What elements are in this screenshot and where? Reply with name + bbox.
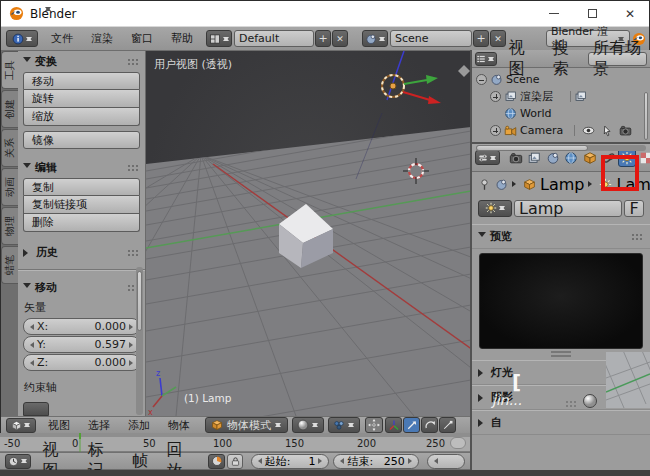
- fake-user-button[interactable]: F: [624, 200, 644, 217]
- frame-start-field[interactable]: 起始: 1: [251, 454, 330, 469]
- duplicate-linked-button[interactable]: 复制链接项: [23, 196, 140, 214]
- spinner-left-icon[interactable]: [27, 360, 34, 366]
- menu-add[interactable]: 添加: [119, 418, 159, 433]
- rotate-button[interactable]: 旋转: [23, 90, 140, 108]
- spinner-left-icon[interactable]: [27, 342, 34, 348]
- manipulator-rotate-button[interactable]: [421, 417, 438, 433]
- mirror-button[interactable]: 镜像: [23, 131, 140, 149]
- menu-window[interactable]: 窗口: [122, 31, 162, 46]
- tab-tools[interactable]: 工具: [1, 51, 18, 89]
- ruler-scroll-strip[interactable]: [0, 433, 470, 437]
- spinner-right-icon[interactable]: [129, 324, 136, 330]
- panel-header-preview[interactable]: 预览: [472, 224, 650, 249]
- tab-grease-pencil[interactable]: 蜡笔: [1, 246, 18, 284]
- spinner-right-icon[interactable]: [318, 458, 325, 464]
- tab-relations[interactable]: 关系: [1, 129, 18, 167]
- lock-frame-range-button[interactable]: [227, 454, 242, 469]
- frame-end-field[interactable]: 结束: 250: [333, 454, 418, 469]
- toolshelf-scrollbar[interactable]: [136, 267, 143, 415]
- editor-type-button-timeline[interactable]: [5, 454, 31, 469]
- lamp-datablock-browse-button[interactable]: [478, 200, 512, 217]
- panel-header-custom-properties[interactable]: 自: [472, 410, 650, 435]
- mode-select[interactable]: 物体模式: [205, 417, 288, 433]
- toolshelf-scrollbar-thumb[interactable]: [137, 271, 142, 331]
- scene-name-field[interactable]: Scene: [390, 30, 472, 47]
- spinner-left-icon[interactable]: [431, 458, 438, 464]
- selectability-cursor-icon[interactable]: [601, 125, 613, 137]
- expand-icon[interactable]: [490, 125, 501, 136]
- pivot-point-select[interactable]: [328, 417, 360, 433]
- outliner-h-scrollbar-thumb[interactable]: [476, 145, 588, 151]
- scene-datablock-icon-button[interactable]: [362, 30, 388, 47]
- menu-frame[interactable]: 帧: [123, 451, 157, 472]
- spinner-right-icon[interactable]: [129, 360, 136, 366]
- panel-header-transform[interactable]: 变换: [18, 51, 145, 72]
- outliner-row-renderlayers[interactable]: 渲染层: [476, 88, 646, 105]
- breadcrumb-object-icon[interactable]: [523, 178, 536, 191]
- panel-grip-icon[interactable]: [127, 249, 140, 256]
- spinner-left-icon[interactable]: [27, 324, 34, 330]
- scale-button[interactable]: 缩放: [23, 108, 140, 126]
- outliner-filter-select[interactable]: 所有场景: [588, 52, 647, 66]
- collapse-icon[interactable]: [476, 74, 487, 85]
- translate-button[interactable]: 移动: [23, 72, 140, 90]
- expand-icon[interactable]: [490, 91, 501, 102]
- viewport-shading-select[interactable]: [292, 417, 324, 433]
- translate-z-field[interactable]: Z: 0.000: [23, 354, 140, 371]
- panel-grip-icon[interactable]: [127, 164, 140, 171]
- editor-type-button-properties[interactable]: [475, 150, 500, 165]
- panel-header-history[interactable]: 历史: [18, 242, 145, 263]
- sync-playback-button[interactable]: [208, 454, 225, 469]
- constraint-axis-x-toggle[interactable]: [23, 402, 49, 416]
- minimize-button[interactable]: [539, 4, 569, 24]
- breadcrumb-scene-icon[interactable]: [495, 178, 508, 191]
- viewport-3d[interactable]: z x 用户视图 (透视) (1) Lamp: [146, 51, 471, 416]
- manipulator-translate-button[interactable]: [403, 417, 420, 433]
- outliner-row-world[interactable]: World: [476, 105, 646, 122]
- spinner-right-icon[interactable]: [129, 342, 136, 348]
- spinner-left-icon[interactable]: [337, 458, 344, 464]
- panel-header-operator-translate[interactable]: 移动: [18, 277, 145, 298]
- renderability-camera-icon[interactable]: [619, 124, 632, 137]
- panel-grip-icon[interactable]: [631, 233, 644, 240]
- tab-create[interactable]: 创建: [1, 90, 18, 128]
- translate-y-field[interactable]: Y: 0.597: [23, 336, 140, 353]
- tab-animation[interactable]: 动画: [1, 168, 18, 206]
- menu-help[interactable]: 帮助: [162, 31, 202, 46]
- duplicate-button[interactable]: 复制: [23, 178, 140, 196]
- spinner-left-icon[interactable]: [255, 458, 262, 464]
- visibility-eye-icon[interactable]: [582, 124, 595, 137]
- add-layout-button[interactable]: +: [315, 30, 331, 47]
- editor-type-button-info[interactable]: [6, 30, 38, 47]
- menu-file[interactable]: 文件: [42, 31, 82, 46]
- delete-button[interactable]: 删除: [23, 214, 140, 232]
- outliner-h-scrollbar[interactable]: [476, 145, 646, 151]
- menu-render[interactable]: 渲染: [82, 31, 122, 46]
- current-frame-field[interactable]: [427, 454, 465, 469]
- outliner-row-camera[interactable]: Camera: [476, 122, 646, 139]
- menu-object[interactable]: 物体: [159, 418, 199, 433]
- spinner-right-icon[interactable]: [408, 458, 415, 464]
- maximize-button[interactable]: [577, 4, 607, 24]
- menu-select[interactable]: 选择: [79, 418, 119, 433]
- menu-outliner-search[interactable]: 搜索: [544, 38, 588, 80]
- screen-layout-icon-button[interactable]: [206, 30, 232, 47]
- ruler-scrollbar-cap[interactable]: [450, 437, 466, 449]
- manipulator-axes-button[interactable]: [385, 417, 402, 433]
- lamp-name-field[interactable]: Lamp: [514, 200, 622, 217]
- pin-icon[interactable]: [478, 178, 491, 191]
- panel-resize-handle[interactable]: [551, 351, 571, 357]
- tab-physics[interactable]: 物理: [1, 207, 18, 245]
- screen-layout-name-field[interactable]: Default: [234, 30, 314, 47]
- manipulator-scale-button[interactable]: [439, 417, 456, 433]
- close-layout-button[interactable]: ✕: [332, 30, 348, 47]
- close-button[interactable]: ✕: [615, 4, 645, 24]
- translate-x-field[interactable]: X: 0.000: [23, 318, 140, 335]
- manipulator-toggle[interactable]: [365, 417, 383, 433]
- outliner-v-scrollbar-thumb[interactable]: [644, 92, 648, 140]
- editor-type-button-3dview[interactable]: [6, 418, 36, 433]
- panel-grip-icon[interactable]: [127, 58, 140, 65]
- panel-header-edit[interactable]: 编辑: [18, 157, 145, 178]
- breadcrumb-object-name[interactable]: Lamp: [540, 175, 584, 194]
- menu-view[interactable]: 视图: [39, 418, 79, 433]
